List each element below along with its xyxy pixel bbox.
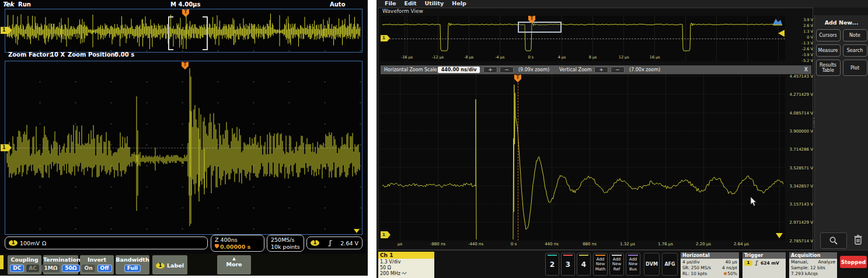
ch2-color-stripe	[548, 255, 557, 256]
trigger-source-badge: 1	[744, 260, 752, 266]
overview-window	[5, 9, 362, 53]
sidebar-search-button[interactable]: Search	[843, 44, 867, 57]
zoom-timebase-readout[interactable]: Z 400ns 0.00000 s	[211, 235, 264, 252]
overview-x-tick: 16 μs	[642, 55, 668, 60]
overview-y-tick: -2.6 V	[786, 47, 813, 51]
dvm-button[interactable]: DVM	[644, 253, 660, 276]
mouse-cursor	[750, 196, 757, 207]
sidebar-note-button[interactable]: Note	[843, 29, 867, 41]
h-scale: 4 μs/div	[682, 259, 700, 265]
rising-edge-icon	[327, 240, 333, 246]
coupling-ac-option[interactable]: AC	[26, 265, 39, 272]
main-x-tick: 0 s	[501, 242, 527, 246]
math-color-stripe	[595, 255, 605, 256]
acq-count: 7.293 kAcqs	[791, 271, 835, 277]
sidebar-cursors-button[interactable]: Cursors	[816, 29, 841, 41]
h-sample-rate: SR: 250 MS/s	[682, 265, 711, 271]
overview-x-tick: -12 μs	[425, 55, 451, 60]
sample-rate: 250MS/s	[271, 237, 300, 244]
channel-3-button[interactable]: 3	[561, 253, 575, 276]
close-zoom-button[interactable]: X	[804, 67, 808, 72]
label-channel-badge: 1	[156, 263, 165, 269]
add-new-bus-button[interactable]: Add New Bus	[626, 253, 640, 276]
bandwidth-full-option[interactable]: Full	[124, 265, 141, 272]
main-y-tick: 2.971429 V	[780, 220, 813, 225]
main-x-tick: 1.76 μs	[653, 242, 678, 246]
vzoom-increase-button[interactable]: +	[594, 67, 608, 73]
trigger-level-arrow-icon[interactable]	[778, 30, 785, 37]
trigger-source-badge: 1	[311, 240, 319, 246]
ch1-bandwidth: 200 MHz	[380, 271, 433, 277]
add-new-title: Add New...	[815, 19, 868, 26]
zoom-bracket-left[interactable]	[168, 16, 173, 50]
vzoom-decrease-button[interactable]: −	[611, 67, 625, 73]
h-record-length: RL: 10 kpts	[682, 271, 707, 277]
coupling-button[interactable]: Coupling DC AC	[8, 255, 41, 274]
channel-readout[interactable]: 1 100mV Ω	[5, 237, 208, 249]
afg-button[interactable]: AFG	[662, 253, 678, 276]
main-waveform-view: 1	[381, 74, 785, 241]
delete-button[interactable]	[850, 231, 866, 248]
trigger-panel[interactable]: Trigger 1 624 mV	[742, 252, 786, 278]
acquisition-panel[interactable]: Acquisition Manual,Analyze Sample: 12 bi…	[789, 252, 837, 278]
label-button[interactable]: 1 Label	[152, 255, 187, 274]
hzoom-increase-button[interactable]: +	[483, 67, 497, 73]
hzoom-factor-text: (9.09x zoom)	[518, 67, 549, 72]
horizontal-zoom-scale-label: Horizontal Zoom Scale	[384, 67, 437, 72]
main-x-tick: 2.64 μs	[728, 242, 754, 246]
left-bottom-menu: Coupling DC AC Termination 1MΩ 50Ω Inver…	[0, 253, 368, 276]
channel-1-badge-card[interactable]: Ch 1 1.3 V/div 50 Ω 200 MHz	[378, 252, 434, 277]
sidebar-plot-button[interactable]: Plot	[843, 60, 867, 76]
channel-2-button[interactable]: 2	[545, 253, 559, 276]
trigger-mini-flag-icon	[215, 244, 219, 249]
ch1-header: Ch 1	[378, 252, 434, 259]
menu-utility[interactable]: Utility	[425, 0, 444, 6]
trigger-level-arrow-icon	[776, 233, 783, 238]
hzoom-decrease-button[interactable]: −	[500, 67, 514, 73]
coupling-dc-option[interactable]: DC	[10, 265, 24, 272]
impedance-symbol: Ω	[42, 240, 46, 246]
zoom-region-box[interactable]	[518, 22, 562, 33]
overview-x-tick: 0 s	[518, 55, 543, 60]
coupling-title: Coupling	[11, 256, 38, 263]
main-x-tick: μs	[387, 242, 413, 246]
invert-title: Invert	[88, 256, 106, 263]
channel-1-menu-tab	[0, 255, 4, 269]
menu-edit[interactable]: Edit	[404, 0, 416, 6]
menu-file[interactable]: File	[385, 0, 396, 6]
zoom-info-bar: Zoom Factor: 10 X Zoom Position: 0.00 s	[5, 51, 362, 61]
acquisition-readout[interactable]: 250MS/s 10k points	[267, 235, 304, 252]
termination-50-option[interactable]: 50Ω	[62, 265, 79, 272]
acq-status: Run	[18, 1, 31, 8]
channel-1-badge: 1	[9, 240, 18, 246]
magnifier-icon	[829, 236, 838, 245]
overview-x-tick: 4 μs	[549, 55, 575, 60]
invert-off-option[interactable]: Off	[97, 265, 112, 272]
vertical-zoom-label: Vertical Zoom	[559, 67, 592, 72]
more-button[interactable]: ▲ More	[217, 255, 251, 274]
termination-button[interactable]: Termination 1MΩ 50Ω	[43, 255, 78, 274]
bandwidth-title: Bandwidth	[116, 256, 149, 263]
sidebar-results-table-button[interactable]: Results Table	[816, 60, 841, 76]
channel-4-button[interactable]: 4	[577, 253, 591, 276]
rising-edge-icon	[754, 260, 759, 266]
overview-preview-icon[interactable]	[772, 17, 783, 26]
invert-on-option[interactable]: On	[82, 265, 95, 272]
trigger-readout[interactable]: 1 2.64 V	[306, 237, 362, 249]
add-new-ref-button[interactable]: Add New Ref	[609, 253, 624, 276]
stopped-button[interactable]: Stopped	[840, 256, 867, 268]
menu-help[interactable]: Help	[452, 0, 466, 6]
horizontal-panel[interactable]: Horizontal 4 μs/div40 μs SR: 250 MS/s4 n…	[681, 252, 739, 278]
add-new-math-button[interactable]: Add New Math	[593, 253, 608, 276]
vertical-scale: 100mV	[20, 240, 40, 246]
left-oscilloscope-screen: Tek Run M 4.00μs Auto 1 T Zoom Factor: 1…	[0, 0, 368, 276]
horizontal-zoom-scale-value[interactable]: 440.00 ns/div	[438, 67, 480, 73]
bandwidth-button[interactable]: Bandwidth Full	[116, 255, 149, 274]
overview-x-tick: -8 μs	[456, 55, 482, 60]
termination-1m-option[interactable]: 1MΩ	[41, 265, 60, 272]
zoom-tool-button[interactable]	[820, 232, 847, 249]
invert-button[interactable]: Invert On Off	[80, 255, 114, 274]
main-waveform	[381, 74, 785, 241]
sidebar-measure-button[interactable]: Measure	[816, 44, 841, 57]
zoom-bracket-right[interactable]	[203, 16, 208, 50]
